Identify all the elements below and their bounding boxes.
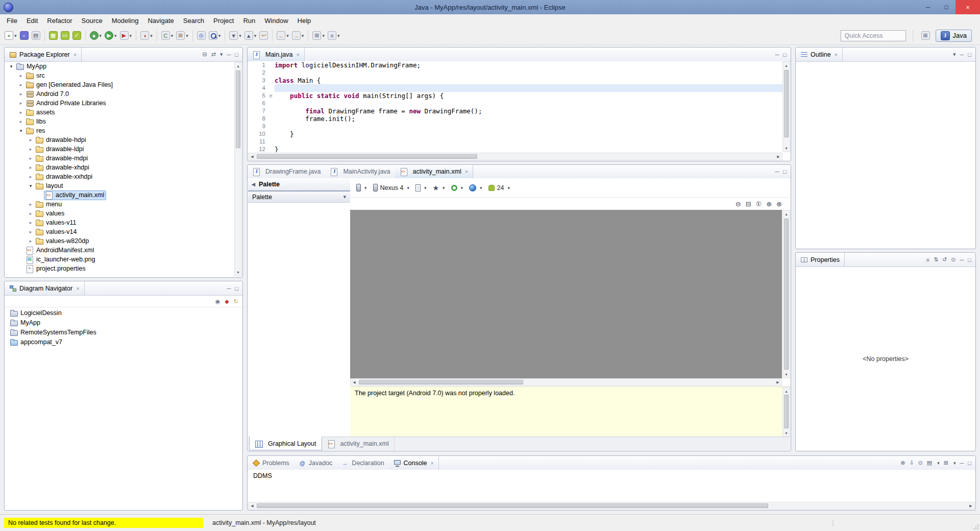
- expand-arrow-icon[interactable]: ▸: [17, 119, 24, 124]
- open-perspective-button[interactable]: ⊞: [920, 29, 932, 42]
- new-wizard-button[interactable]: +▾: [3, 29, 18, 42]
- code-line[interactable]: 9: [248, 123, 782, 130]
- menu-item-search[interactable]: Search: [179, 15, 209, 26]
- console-content[interactable]: DDMS: [248, 470, 975, 501]
- menu-item-help[interactable]: Help: [293, 15, 316, 26]
- tree-item-drawable-xhdpi[interactable]: ▸drawable-xhdpi: [6, 163, 234, 172]
- maximize-view-icon[interactable]: □: [968, 257, 971, 263]
- scroll-up-icon[interactable]: ▲: [783, 210, 790, 218]
- expand-arrow-icon[interactable]: ▸: [27, 229, 34, 234]
- console-horizontal-scrollbar[interactable]: ◀▶: [248, 502, 975, 510]
- next-annotation-button[interactable]: ▼▾: [228, 29, 243, 42]
- menu-item-modeling[interactable]: Modeling: [107, 15, 143, 26]
- java-perspective-button[interactable]: Java: [936, 30, 972, 42]
- nav-item-appcompat-v7[interactable]: appcompat_v7: [6, 337, 241, 347]
- editor-vertical-scrollbar[interactable]: ▲▼: [782, 61, 790, 152]
- close-tab-icon[interactable]: ×: [297, 52, 300, 58]
- view-tab-problems[interactable]: Problems: [248, 456, 294, 470]
- android-sdk-manager-button[interactable]: ▦: [47, 29, 59, 42]
- external-tools-button[interactable]: ▶▾: [118, 29, 134, 42]
- tree-item-activity-main-xml[interactable]: activity_main.xml: [6, 190, 234, 200]
- diagram-navigator-tab[interactable]: Diagram Navigator ×: [5, 281, 85, 295]
- maximize-editor-icon[interactable]: □: [783, 168, 787, 175]
- show-categories-icon[interactable]: ≡: [926, 257, 929, 263]
- scrollbar-thumb[interactable]: [784, 395, 789, 428]
- minimize-view-icon[interactable]: ─: [960, 460, 964, 466]
- scroll-up-icon[interactable]: ▲: [235, 62, 241, 69]
- view-menu-icon[interactable]: ▾: [220, 51, 223, 58]
- code-area[interactable]: 1import logicielDessinIHM.DrawingFrame;2…: [248, 61, 782, 152]
- search-button[interactable]: ▾: [207, 29, 223, 42]
- editor-horizontal-scrollbar[interactable]: ◀▶: [248, 153, 782, 160]
- menu-item-window[interactable]: Window: [260, 15, 292, 26]
- scroll-down-icon[interactable]: ▼: [783, 144, 790, 152]
- display-selected-console-icon[interactable]: ▤: [927, 460, 932, 466]
- collapse-palette-icon[interactable]: ◀: [252, 182, 255, 187]
- last-edit-location-button[interactable]: ↩: [258, 29, 270, 42]
- scrollbar-thumb[interactable]: [359, 380, 523, 384]
- minimize-view-icon[interactable]: ─: [960, 52, 964, 58]
- editor-tab-drawingframe-java[interactable]: DrawingFrame.java: [248, 165, 325, 178]
- debug-button[interactable]: ●▾: [88, 29, 104, 42]
- collapse-all-icon[interactable]: ⊟: [203, 51, 207, 58]
- tree-item-values-v11[interactable]: ▸values-v11: [6, 218, 234, 227]
- locale-chooser-button[interactable]: ▾: [469, 184, 482, 191]
- activity-chooser-button[interactable]: ▾: [451, 185, 463, 191]
- quick-access-input[interactable]: Quick Access: [841, 30, 906, 41]
- tree-item-assets[interactable]: ▸assets: [6, 108, 234, 117]
- tree-item-values[interactable]: ▸values: [6, 209, 234, 218]
- minimize-window-button[interactable]: ─: [919, 0, 937, 14]
- code-line[interactable]: 2: [248, 69, 782, 77]
- layout-options-button[interactable]: ⊞▾: [311, 29, 326, 42]
- previous-annotation-button[interactable]: ▲▾: [243, 29, 258, 42]
- resize-grip[interactable]: [972, 523, 978, 529]
- code-line[interactable]: 5⊖ public static void main(String[] args…: [248, 92, 782, 100]
- scroll-down-icon[interactable]: ▼: [235, 269, 241, 276]
- canvas-vertical-scrollbar[interactable]: ▲▼: [782, 210, 790, 378]
- show-advanced-icon[interactable]: ⇅: [934, 256, 938, 263]
- new-java-class-button[interactable]: C▾: [160, 29, 175, 42]
- maximize-view-icon[interactable]: □: [235, 285, 238, 292]
- scroll-right-icon[interactable]: ▶: [967, 502, 974, 509]
- package-explorer-tab[interactable]: Package Explorer ×: [5, 47, 82, 61]
- menu-item-run[interactable]: Run: [238, 15, 260, 26]
- tree-item-drawable-hdpi[interactable]: ▸drawable-hdpi: [6, 135, 234, 144]
- zoom-fit-button[interactable]: ⊟: [746, 200, 751, 208]
- outline-tab[interactable]: Outline ×: [796, 47, 843, 61]
- tree-item-src[interactable]: ▸src: [6, 71, 234, 80]
- tree-item-myapp[interactable]: ▾MyApp: [6, 62, 234, 71]
- minimize-editor-icon[interactable]: ─: [775, 52, 779, 58]
- expand-arrow-icon[interactable]: ▸: [17, 73, 24, 78]
- open-console-icon[interactable]: ⊞: [944, 460, 948, 466]
- maximize-editor-icon[interactable]: □: [783, 52, 787, 58]
- expand-arrow-icon[interactable]: ▸: [17, 82, 24, 87]
- scroll-lock-icon[interactable]: ⇩: [909, 460, 914, 466]
- print-button[interactable]: ▤: [30, 29, 42, 42]
- view-tab-javadoc[interactable]: Javadoc: [294, 456, 337, 470]
- scroll-right-icon[interactable]: ▶: [774, 379, 781, 385]
- save-button[interactable]: ▫: [18, 29, 30, 42]
- refresh-diagrams-icon[interactable]: ↻: [234, 298, 238, 305]
- problems-indicator-icon[interactable]: ◆: [225, 298, 229, 305]
- menu-item-navigate[interactable]: Navigate: [143, 15, 178, 26]
- properties-tab[interactable]: Properties: [796, 253, 845, 267]
- package-explorer-scrollbar[interactable]: ▲▼: [234, 62, 242, 276]
- code-line[interactable]: 4: [248, 84, 782, 92]
- run-button[interactable]: ▶▾: [103, 29, 118, 42]
- forward-button[interactable]: →▾: [290, 29, 306, 42]
- warning-vertical-scrollbar[interactable]: ▲▼: [782, 387, 790, 437]
- open-type-button[interactable]: ◎: [195, 29, 207, 42]
- scroll-right-icon[interactable]: ▶: [775, 153, 782, 160]
- device-chooser-button[interactable]: Nexus 4▾: [373, 184, 409, 191]
- view-tab-declaration[interactable]: Declaration: [337, 456, 388, 470]
- scrollbar-thumb[interactable]: [257, 154, 477, 159]
- clear-console-icon[interactable]: ⊗: [900, 460, 905, 466]
- expand-arrow-icon[interactable]: ▸: [27, 165, 34, 170]
- tree-item-values-v14[interactable]: ▸values-v14: [6, 227, 234, 236]
- expand-arrow-icon[interactable]: ▸: [27, 220, 34, 225]
- android-lint-button[interactable]: ✓: [71, 29, 83, 42]
- zoom-actual-button[interactable]: ①: [756, 200, 762, 208]
- android-avd-manager-button[interactable]: ▭: [59, 29, 71, 42]
- minimize-view-icon[interactable]: ─: [960, 257, 964, 263]
- tree-item-project-properties[interactable]: project.properties: [6, 264, 234, 273]
